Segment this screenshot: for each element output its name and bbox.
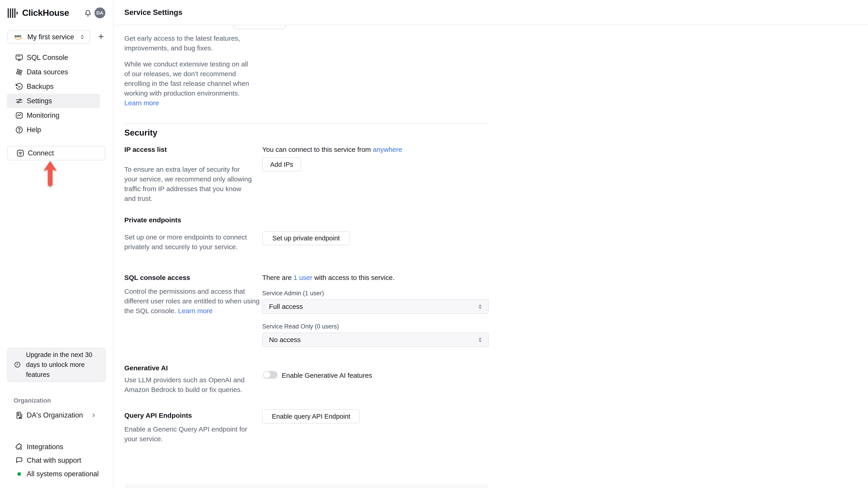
service-admin-select[interactable]: Full access: [262, 299, 489, 314]
query-api-title: Query API Endpoints: [124, 412, 192, 419]
terminal-monitor-icon: [15, 53, 24, 62]
sidebar-item-sql-console[interactable]: SQL Console: [7, 51, 100, 65]
ip-access-connect-line: You can connect to this service from any…: [262, 146, 402, 153]
clickhouse-logo-icon: [8, 8, 18, 19]
fast-release-paragraph-2: While we conduct extensive testing on al…: [124, 59, 254, 108]
page-title: Service Settings: [124, 8, 182, 17]
sidebar-item-label: Help: [27, 126, 41, 134]
data-sources-orbit-icon: [15, 68, 24, 76]
help-circle-icon: [15, 126, 24, 134]
sidebar-item-help[interactable]: Help: [7, 123, 100, 137]
status-green-dot: [18, 472, 21, 476]
service-admin-select-value: Full access: [269, 303, 303, 311]
sidebar-item-data-sources[interactable]: Data sources: [7, 65, 100, 79]
svg-text:aws: aws: [14, 34, 21, 38]
query-api-description: Enable a Generic Query API endpoint for …: [124, 424, 254, 444]
sidebar-item-integrations[interactable]: Integrations: [7, 440, 100, 454]
status-label: All systems operational: [27, 470, 99, 478]
generative-ai-toggle[interactable]: [263, 371, 278, 379]
sidebar-item-monitoring[interactable]: Monitoring: [7, 108, 100, 123]
sidebar-item-label: Monitoring: [27, 111, 59, 120]
puzzle-icon: [15, 443, 24, 451]
connect-label: Connect: [28, 149, 54, 157]
brand-title: ClickHouse: [22, 8, 69, 18]
service-selector[interactable]: aws My first service: [7, 31, 90, 43]
enable-query-api-button[interactable]: Enable query API Endpoint: [262, 410, 360, 423]
chevron-right-icon: [90, 412, 97, 419]
sidebar-item-settings[interactable]: Settings: [7, 94, 100, 108]
fast-release-paragraph-1: Get early access to the latest features,…: [124, 33, 254, 53]
organization-section-label: Organization: [13, 397, 51, 404]
clock-icon: [14, 361, 21, 368]
avatar[interactable]: DA: [94, 7, 105, 18]
section-divider: [124, 123, 488, 124]
toggle-knob: [264, 371, 270, 378]
sidebar-item-label: Data sources: [27, 68, 68, 76]
sql-access-users-line: There are 1 user with access to this ser…: [262, 274, 395, 282]
add-service-button[interactable]: [96, 32, 106, 41]
generative-ai-toggle-label: Enable Generative AI features: [282, 372, 372, 379]
monitoring-chart-icon: [15, 111, 24, 120]
organization-name: DA's Organization: [27, 411, 83, 419]
next-section-card-cutoff: [124, 484, 488, 488]
anywhere-link[interactable]: anywhere: [373, 146, 402, 153]
organization-row[interactable]: DA's Organization: [7, 408, 100, 422]
generative-ai-title: Generative AI: [124, 364, 168, 372]
ip-access-list-title: IP access list: [124, 146, 167, 153]
security-heading: Security: [124, 128, 157, 138]
sidebar-item-chat-support[interactable]: Chat with support: [7, 454, 100, 467]
fast-release-learn-more-link[interactable]: Learn more: [124, 99, 159, 107]
sql-console-access-title: SQL console access: [124, 274, 190, 282]
chat-bubble-icon: [15, 456, 24, 465]
generative-ai-description: Use LLM providers such as OpenAI and Ama…: [124, 375, 254, 394]
backups-history-icon: [15, 82, 24, 91]
chevron-updown-icon: [79, 34, 86, 40]
sidebar-item-label: Chat with support: [27, 456, 81, 464]
one-user-link[interactable]: 1 user: [293, 274, 312, 281]
service-readonly-select[interactable]: No access: [262, 332, 489, 347]
ip-access-connect-prefix: You can connect to this service from: [262, 146, 373, 153]
setup-private-endpoint-button[interactable]: Set up private endpoint: [262, 231, 350, 245]
upgrade-notice-text: Upgrade in the next 30 days to unlock mo…: [26, 350, 98, 380]
chevron-updown-icon: [477, 303, 483, 310]
system-status-row[interactable]: All systems operational: [7, 467, 100, 481]
service-selector-label: My first service: [27, 33, 79, 41]
connect-wifi-icon: [16, 149, 25, 158]
upgrade-notice[interactable]: Upgrade in the next 30 days to unlock mo…: [7, 348, 105, 381]
annotation-arrow-up: [43, 160, 57, 189]
connect-button[interactable]: Connect: [7, 146, 105, 160]
sidebar: ClickHouse DA aws My first service: [0, 0, 114, 488]
private-endpoints-title: Private endpoints: [124, 216, 181, 224]
building-icon: [15, 411, 24, 420]
page-header: Service Settings: [114, 0, 868, 25]
sidebar-item-label: SQL Console: [27, 54, 68, 62]
service-admin-label: Service Admin (1 user): [262, 290, 324, 297]
users-prefix: There are: [262, 274, 293, 281]
settings-sliders-icon: [15, 97, 24, 105]
private-endpoints-description: Set up one or more endpoints to connect …: [124, 232, 254, 252]
sidebar-item-backups[interactable]: Backups: [7, 79, 100, 94]
sidebar-item-label: Backups: [27, 83, 54, 91]
add-ips-button[interactable]: Add IPs: [262, 158, 301, 171]
notifications-bell-icon[interactable]: [84, 9, 92, 18]
ip-access-description: To ensure an extra layer of security for…: [124, 164, 253, 203]
sql-access-learn-more-link[interactable]: Learn more: [178, 307, 213, 315]
sidebar-item-label: Settings: [27, 97, 52, 105]
users-suffix: with access to this service.: [312, 274, 395, 281]
sql-access-description: Control the permissions and access that …: [124, 287, 262, 316]
service-readonly-label: Service Read Only (0 users): [262, 323, 339, 330]
release-channel-select-cutoff[interactable]: [234, 25, 285, 29]
aws-logo-icon: aws: [14, 33, 23, 41]
fast-release-paragraph-2-text: While we conduct extensive testing on al…: [124, 60, 249, 97]
sidebar-item-label: Integrations: [27, 443, 63, 451]
chevron-updown-icon: [477, 337, 483, 343]
service-readonly-select-value: No access: [269, 336, 301, 344]
main-content: Service Settings Get early access to the…: [114, 0, 868, 488]
